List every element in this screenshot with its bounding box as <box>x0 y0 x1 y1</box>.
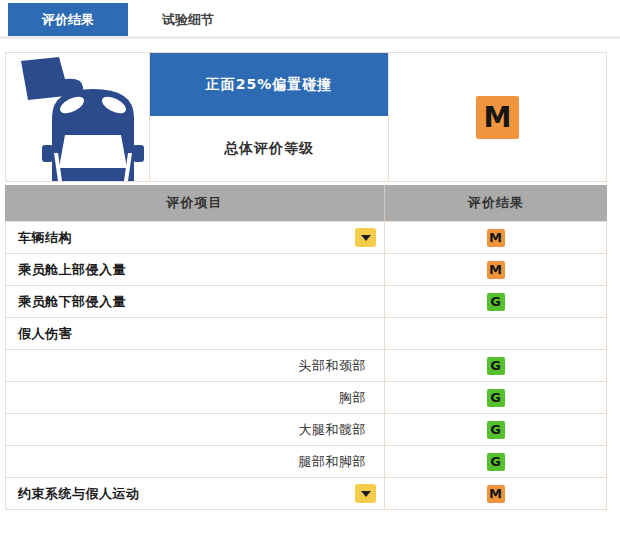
crash-icon-cell <box>6 53 150 181</box>
row-label: 胸部 <box>339 389 366 407</box>
overall-grade-badge: M <box>476 96 519 139</box>
grade-badge: G <box>487 421 505 439</box>
grade-badge: M <box>487 485 505 503</box>
test-name-banner: 正面25%偏置碰撞 <box>150 53 388 116</box>
expand-row-button[interactable] <box>355 228 376 247</box>
result-cell: M <box>385 478 606 509</box>
row-label: 腿部和脚部 <box>299 453 367 471</box>
result-cell: M <box>385 222 606 253</box>
column-header-result: 评价结果 <box>385 185 607 221</box>
table-row: 乘员舱上部侵入量M <box>6 254 606 286</box>
grade-badge: M <box>487 229 505 247</box>
overall-grade-cell: M <box>389 53 606 181</box>
grade-badge: M <box>487 261 505 279</box>
summary-section: 正面25%偏置碰撞 总体评价等级 M <box>5 52 607 182</box>
item-cell: 头部和颈部 <box>6 350 385 381</box>
grade-badge: G <box>487 389 505 407</box>
row-label: 约束系统与假人运动 <box>18 485 140 503</box>
grade-badge: G <box>487 357 505 375</box>
chevron-down-icon <box>361 491 371 497</box>
row-label: 乘员舱下部侵入量 <box>18 293 126 311</box>
row-label: 车辆结构 <box>18 229 72 247</box>
row-label: 假人伤害 <box>18 325 72 343</box>
table-row: 头部和颈部G <box>6 350 606 382</box>
item-cell: 乘员舱下部侵入量 <box>6 286 385 317</box>
item-cell: 胸部 <box>6 382 385 413</box>
test-info-cell: 正面25%偏置碰撞 总体评价等级 <box>150 53 389 181</box>
result-cell: G <box>385 446 606 477</box>
item-cell: 约束系统与假人运动 <box>6 478 385 509</box>
overall-grade-label: 总体评价等级 <box>150 116 388 181</box>
small-overlap-crash-icon <box>6 53 150 181</box>
table-row: 约束系统与假人运动M <box>6 478 606 510</box>
column-header-item: 评价项目 <box>5 185 385 221</box>
item-cell: 乘员舱上部侵入量 <box>6 254 385 285</box>
chevron-down-icon <box>361 235 371 241</box>
item-cell: 车辆结构 <box>6 222 385 253</box>
result-cell: M <box>385 254 606 285</box>
result-cell <box>385 318 606 349</box>
evaluation-result-panel: 正面25%偏置碰撞 总体评价等级 M 评价项目 评价结果 车辆结构M乘员舱上部侵… <box>5 52 607 510</box>
tab-evaluation-results[interactable]: 评价结果 <box>8 3 128 36</box>
table-row: 胸部G <box>6 382 606 414</box>
expand-row-button[interactable] <box>355 484 376 503</box>
result-cell: G <box>385 382 606 413</box>
table-row: 乘员舱下部侵入量G <box>6 286 606 318</box>
result-cell: G <box>385 286 606 317</box>
table-row: 车辆结构M <box>6 222 606 254</box>
result-cell: G <box>385 414 606 445</box>
table-row: 假人伤害 <box>6 318 606 350</box>
result-cell: G <box>385 350 606 381</box>
item-cell: 假人伤害 <box>6 318 385 349</box>
grade-badge: G <box>487 453 505 471</box>
row-label: 大腿和髋部 <box>299 421 367 439</box>
tab-bar: 评价结果 试验细节 <box>0 0 620 39</box>
row-label: 头部和颈部 <box>299 357 367 375</box>
item-cell: 腿部和脚部 <box>6 446 385 477</box>
grade-badge: G <box>487 293 505 311</box>
table-header-row: 评价项目 评价结果 <box>5 185 607 221</box>
row-label: 乘员舱上部侵入量 <box>18 261 126 279</box>
item-cell: 大腿和髋部 <box>6 414 385 445</box>
tab-test-details[interactable]: 试验细节 <box>128 3 248 36</box>
table-row: 大腿和髋部G <box>6 414 606 446</box>
table-rows: 车辆结构M乘员舱上部侵入量M乘员舱下部侵入量G假人伤害头部和颈部G胸部G大腿和髋… <box>5 221 607 510</box>
table-row: 腿部和脚部G <box>6 446 606 478</box>
